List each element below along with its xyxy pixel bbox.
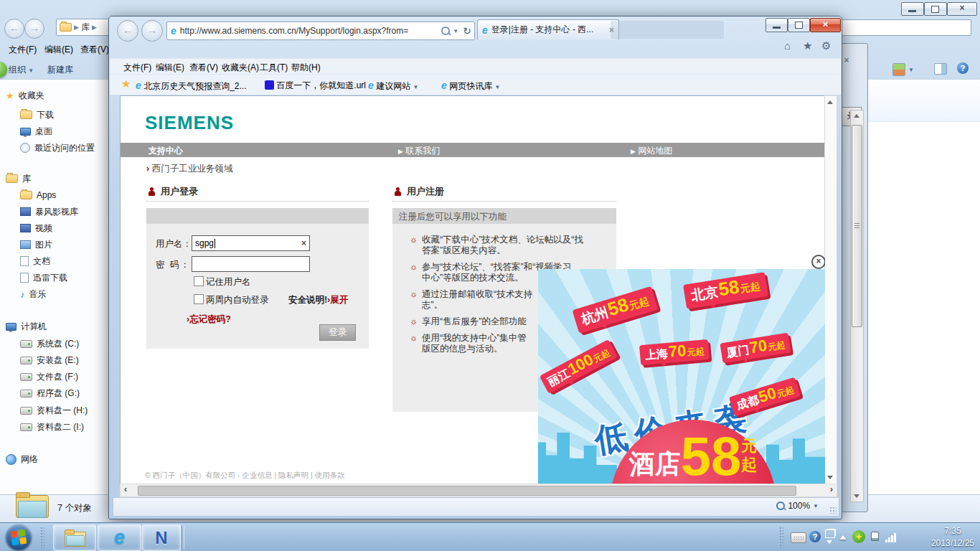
scroll-down-icon[interactable] — [827, 476, 833, 479]
menu-help[interactable]: 帮助(H) — [291, 62, 321, 74]
favorite-item-web-slices[interactable]: e 网页快讯库 ▼ — [441, 80, 500, 93]
favorites-star-icon[interactable]: ★ — [803, 39, 812, 52]
tray-360-icon[interactable]: + — [852, 530, 865, 543]
resize-grip[interactable] — [829, 507, 837, 514]
ie-minimize-button[interactable] — [765, 18, 788, 32]
login-submit-button[interactable]: 登录 — [319, 324, 356, 341]
menu-edit[interactable]: 编辑(E) — [156, 62, 184, 74]
sidebar-item-recent-places[interactable]: 最近访问的位置 — [20, 141, 95, 154]
explorer-back-button[interactable]: ← — [4, 19, 24, 39]
remember-username-checkbox[interactable] — [194, 276, 204, 286]
views-button[interactable] — [892, 63, 905, 76]
sidebar-section-computer[interactable]: 计算机 — [6, 320, 47, 333]
taskbar-ie-button[interactable]: e — [98, 524, 141, 551]
url-text[interactable]: http://www.ad.siemens.com.cn/MySupport/l… — [180, 26, 442, 36]
ad-popup[interactable]: 低价来袭 杭州58元起 北京58元起 上海70元起 厦门70元起 丽江100元起 — [538, 269, 825, 484]
page-horizontal-scrollbar[interactable]: ‹ › — [120, 484, 837, 497]
auto-login-label[interactable]: 两周内自动登录 — [206, 294, 269, 306]
sidebar-item-baofeng-library[interactable]: 暴风影视库 — [20, 205, 78, 218]
scroll-up-icon[interactable] — [827, 100, 833, 104]
scroll-up-icon[interactable] — [854, 114, 859, 118]
sidebar-item-drive-h[interactable]: 资料盘一 (H:) — [20, 404, 88, 417]
sidebar-item-drive-g[interactable]: 程序盘 (G:) — [20, 387, 80, 400]
taskbar-n-app-button[interactable]: N — [142, 524, 181, 551]
explorer-menu-edit[interactable]: 编辑(E) — [44, 44, 73, 56]
new-library-button[interactable]: 新建库 — [47, 64, 73, 76]
explorer-close-button[interactable]: × — [947, 2, 977, 16]
zoom-control[interactable]: 100% ▼ — [776, 501, 819, 511]
search-icon[interactable] — [441, 27, 450, 35]
page-breadcrumb[interactable]: › 西门子工业业务领域 — [146, 163, 232, 175]
sidebar-item-downloads[interactable]: 下载 — [20, 108, 54, 121]
nav-support-center[interactable]: 支持中心 — [149, 145, 183, 157]
taskbar-clock[interactable]: 7:35 2013/12/25 — [931, 525, 974, 550]
address-bar[interactable]: e http://www.ad.siemens.com.cn/MySupport… — [166, 22, 475, 40]
ie-restore-button[interactable] — [788, 18, 810, 32]
tray-help-icon[interactable]: ? — [809, 531, 821, 542]
show-hidden-icons-button[interactable] — [839, 535, 847, 540]
nav-sitemap[interactable]: ▶ 网站地图 — [631, 145, 672, 157]
refresh-icon[interactable]: ↻ — [463, 25, 471, 37]
page-vertical-scrollbar[interactable] — [824, 95, 837, 484]
address-dropdown-arrow-icon[interactable]: ▼ — [453, 28, 458, 34]
explorer-minimize-button[interactable] — [901, 2, 924, 16]
menu-favorites[interactable]: 收藏夹(A) — [222, 62, 259, 74]
ie-back-button[interactable]: ← — [117, 20, 138, 42]
menu-view[interactable]: 查看(V) — [189, 62, 218, 74]
favorite-item-weather[interactable]: e 北京历史天气预报查询_2... — [136, 80, 247, 93]
sidebar-item-desktop[interactable]: 桌面 — [20, 125, 52, 138]
auto-login-checkbox[interactable] — [194, 294, 204, 304]
home-icon[interactable]: ⌂ — [784, 39, 791, 52]
sidebar-item-videos[interactable]: 视频 — [20, 222, 52, 235]
remember-username-label[interactable]: 记住用户名 — [206, 276, 251, 288]
sidebar-item-documents[interactable]: 文档 — [20, 255, 50, 268]
menu-file[interactable]: 文件(F) — [123, 62, 151, 74]
explorer-menu-view[interactable]: 查看(V) — [80, 44, 108, 56]
nav-contact-us[interactable]: ▶ 联系我们 — [398, 145, 440, 157]
organize-button[interactable]: 组织 ▼ — [9, 64, 34, 76]
password-input[interactable] — [192, 256, 310, 272]
help-button[interactable]: ? — [957, 62, 969, 74]
ie-close-button[interactable]: × — [810, 18, 841, 32]
empty-tab-strip[interactable] — [611, 21, 724, 39]
sidebar-item-drive-c[interactable]: 系统盘 (C:) — [20, 337, 79, 350]
tab-title[interactable]: 登录|注册 - 支持中心 - 西... — [491, 24, 606, 36]
sidebar-section-libraries[interactable]: 库 — [6, 172, 31, 185]
sidebar-item-music[interactable]: ♪音乐 — [20, 288, 47, 301]
tray-power-icon[interactable] — [870, 531, 880, 542]
explorer-menu-file[interactable]: 文件(F) — [9, 44, 37, 56]
explorer-forward-button[interactable]: → — [24, 19, 44, 39]
scroll-right-icon[interactable]: › — [830, 484, 833, 494]
explorer-restore-button[interactable] — [924, 2, 947, 16]
add-favorite-star-icon[interactable]: ★ — [121, 79, 131, 88]
breadcrumb[interactable]: ▶ 库 ▶ — [56, 19, 115, 36]
views-dropdown-arrow-icon[interactable]: ▼ — [908, 67, 914, 73]
scroll-left-icon[interactable]: ‹ — [124, 484, 127, 494]
sidebar-item-drive-f[interactable]: 文件盘 (F:) — [20, 370, 78, 383]
sidebar-section-favorites[interactable]: ★收藏夹 — [6, 89, 44, 102]
scrollbar-thumb[interactable] — [852, 125, 862, 327]
start-button[interactable] — [6, 524, 32, 550]
zoom-dropdown-arrow-icon[interactable]: ▼ — [813, 503, 819, 509]
forgot-password-link[interactable]: ›忘记密码? — [187, 314, 231, 326]
clear-input-icon[interactable]: × — [301, 238, 306, 248]
browser-tab[interactable]: e 登录|注册 - 支持中心 - 西... × — [477, 19, 619, 39]
settings-gear-icon[interactable]: ⚙ — [821, 39, 831, 52]
breadcrumb-root[interactable]: 库 — [81, 22, 90, 34]
menu-tools[interactable]: 工具(T) — [260, 62, 288, 74]
ad-close-icon[interactable]: × — [811, 255, 826, 269]
ie-forward-button[interactable]: → — [141, 20, 163, 42]
h-scrollbar-thumb[interactable] — [138, 486, 796, 496]
scroll-down-icon[interactable] — [854, 494, 859, 498]
sidebar-item-thunder-downloads[interactable]: 迅雷下载 — [20, 271, 67, 284]
expand-link[interactable]: ›展开 — [327, 294, 348, 306]
tray-window-icon[interactable] — [825, 529, 835, 538]
favorite-item-baidu[interactable]: 百度一下，你就知道.url — [265, 80, 366, 92]
tray-keyboard-icon[interactable] — [791, 532, 806, 543]
explorer-search-input[interactable] — [825, 19, 971, 36]
tray-network-icon[interactable] — [885, 533, 900, 542]
bgwin-scrollbar[interactable] — [850, 110, 864, 502]
sidebar-item-apps[interactable]: Apps — [20, 189, 56, 202]
username-input[interactable]: sgpg × — [192, 235, 310, 251]
sidebar-item-drive-i[interactable]: 资料盘二 (I:) — [20, 420, 84, 433]
